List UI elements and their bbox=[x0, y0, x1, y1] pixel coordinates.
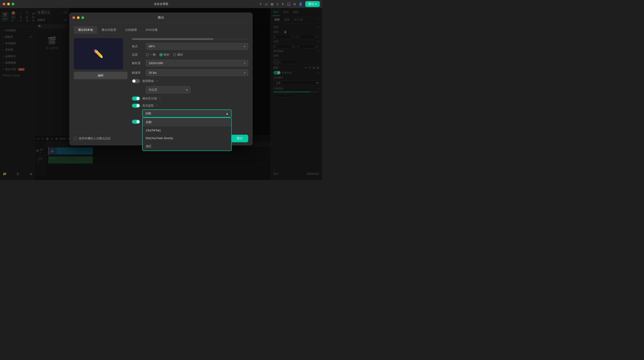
preview-icon: ✏️ bbox=[94, 49, 104, 58]
chevron-down-icon: ▾ bbox=[186, 88, 188, 92]
export-button[interactable]: 匯出 ▾ bbox=[305, 1, 320, 7]
backup-cloud-toggle[interactable] bbox=[132, 96, 140, 101]
modal-settings: 格式 MP4 ▾ 品質 一般 bbox=[128, 38, 248, 127]
radio-best bbox=[173, 53, 176, 56]
modal-controls bbox=[72, 16, 84, 19]
highlight-option-60s[interactable]: 60s(YouTube Shorts) bbox=[143, 134, 231, 142]
modal-tabs: 匯出到本地 匯出到裝置 社群媒體 DVD光碟 bbox=[69, 23, 253, 34]
progress-bar bbox=[132, 38, 248, 40]
chevron-up-icon: ▲ bbox=[226, 112, 228, 115]
backup-cloud-label: 備份至云端 bbox=[142, 96, 157, 101]
help-icon2[interactable]: ? bbox=[159, 97, 160, 100]
backup-cloud-row: 備份至云端 ? bbox=[132, 96, 248, 101]
format-row: 格式 MP4 ▾ bbox=[132, 43, 248, 50]
record-icon[interactable]: ⊙ bbox=[276, 2, 279, 6]
highlight-option-15s[interactable]: 15s(TikTok) bbox=[143, 126, 231, 134]
edit-button[interactable]: 編輯 bbox=[74, 72, 128, 79]
folder-icon[interactable]: 🗂 bbox=[265, 2, 268, 6]
modal-titlebar: 匯出 bbox=[69, 12, 253, 23]
modal-tab-social[interactable]: 社群媒體 bbox=[121, 26, 141, 34]
quality-option-better[interactable]: 較好 bbox=[160, 53, 170, 57]
export-modal: 匯出 匯出到本地 匯出到裝置 社群媒體 DVD光碟 ✏️ 編輯 bbox=[69, 12, 253, 145]
highlight-extract-row: 高光提取 ? 自動 ▲ 自動 15s(TikTok) bbox=[132, 104, 248, 118]
layout-icon[interactable]: ▦ bbox=[270, 2, 274, 6]
headphone-icon[interactable]: 🎧 bbox=[287, 2, 291, 6]
format-label: 格式 bbox=[132, 44, 143, 48]
help-icon[interactable]: ? bbox=[156, 79, 158, 83]
modal-preview: ✏️ 編輯 bbox=[74, 38, 128, 127]
use-last-setting[interactable]: 使用本機的上次匯出設定 bbox=[74, 137, 111, 141]
modal-tab-local[interactable]: 匯出到本地 bbox=[74, 26, 97, 34]
framerate-select[interactable]: 25 fps ▾ bbox=[146, 69, 248, 76]
progress-fill bbox=[132, 38, 213, 40]
resolution-label: 解析度 bbox=[132, 61, 143, 65]
advanced-compress-row: 進階壓縮 ? bbox=[132, 79, 248, 83]
highlight-dropdown-container: 自動 ▲ 自動 15s(TikTok) 60s(YouTube Shorts) … bbox=[142, 109, 232, 118]
modal-title: 匯出 bbox=[158, 16, 164, 20]
modal-maximize-button[interactable] bbox=[82, 16, 84, 19]
help-icon3[interactable]: ? bbox=[156, 104, 157, 107]
format-select[interactable]: MP4 ▾ bbox=[146, 43, 248, 50]
advanced-compress-label: 進階壓縮 bbox=[142, 79, 154, 83]
quality-label: 品質 bbox=[132, 53, 143, 57]
resolution-select[interactable]: 1920x1080 ▾ bbox=[146, 60, 248, 66]
highlight-extract-section: 高光提取 ? 自動 ▲ 自動 15s(TikTok) bbox=[142, 104, 232, 118]
highlight-dropdown-menu: 自動 15s(TikTok) 60s(YouTube Shorts) 自訂 bbox=[142, 118, 232, 151]
window-controls[interactable] bbox=[3, 3, 14, 5]
modal-body: ✏️ 編輯 格式 MP4 ▾ bbox=[69, 34, 253, 131]
radio-better bbox=[160, 53, 162, 56]
highlight-option-auto[interactable]: 自動 bbox=[143, 118, 231, 126]
chevron-down-icon: ▾ bbox=[244, 71, 245, 74]
avatar-icon[interactable]: 👤 bbox=[299, 2, 302, 6]
modal-close-button[interactable] bbox=[72, 16, 75, 19]
chevron-down-icon: ▾ bbox=[315, 2, 317, 6]
quality-option-best[interactable]: 最好 bbox=[173, 53, 183, 57]
minimize-button[interactable] bbox=[7, 3, 10, 5]
send-icon[interactable]: ✈ bbox=[260, 2, 262, 6]
framerate-label: 幀速率 bbox=[132, 71, 143, 75]
highlight-extract-toggle[interactable] bbox=[132, 104, 140, 108]
advanced-compress-toggle[interactable] bbox=[132, 79, 140, 83]
chevron-down-icon: ▾ bbox=[244, 45, 245, 48]
highlight-dropdown-selected[interactable]: 自動 ▲ bbox=[142, 109, 232, 118]
close-button[interactable] bbox=[3, 3, 5, 5]
highlight-extract-label: 高光提取 bbox=[142, 104, 154, 108]
modal-tab-dvd[interactable]: DVD光碟 bbox=[141, 26, 162, 34]
modal-export-button[interactable]: 匯出 bbox=[231, 135, 248, 142]
titlebar: 未命名專案 ✈ 🗂 ▦ ⊙ ⬇ 🎧 ⊞ 👤 匯出 ▾ bbox=[0, 0, 322, 8]
download-icon[interactable]: ⬇ bbox=[282, 2, 284, 6]
radio-normal bbox=[146, 53, 149, 56]
quality-radio-group: 一般 較好 最好 bbox=[146, 53, 183, 57]
maximize-button[interactable] bbox=[12, 3, 14, 5]
titlebar-actions: ✈ 🗂 ▦ ⊙ ⬇ 🎧 ⊞ 👤 匯出 ▾ bbox=[260, 1, 320, 7]
highlight-option-custom[interactable]: 自訂 bbox=[143, 142, 231, 151]
quality-row: 品質 一般 較好 最好 bbox=[132, 53, 248, 57]
app-title: 未命名專案 bbox=[154, 2, 168, 6]
modal-minimize-button[interactable] bbox=[77, 16, 80, 19]
use-last-checkbox[interactable] bbox=[74, 137, 77, 140]
backup-toggle[interactable] bbox=[132, 120, 140, 124]
modal-overlay: 匯出 匯出到本地 匯出到裝置 社群媒體 DVD光碟 ✏️ 編輯 bbox=[0, 8, 322, 180]
chevron-down-icon: ▾ bbox=[244, 62, 245, 65]
modal-tab-device[interactable]: 匯出到裝置 bbox=[97, 26, 121, 34]
quality-option-normal[interactable]: 一般 bbox=[146, 53, 156, 57]
preview-thumbnail: ✏️ bbox=[74, 38, 123, 69]
quality-compress-select[interactable]: 依品質 ▾ bbox=[146, 86, 190, 93]
framerate-row: 幀速率 25 fps ▾ bbox=[132, 69, 248, 76]
resolution-row: 解析度 1920x1080 ▾ bbox=[132, 60, 248, 66]
grid-icon[interactable]: ⊞ bbox=[294, 2, 296, 6]
